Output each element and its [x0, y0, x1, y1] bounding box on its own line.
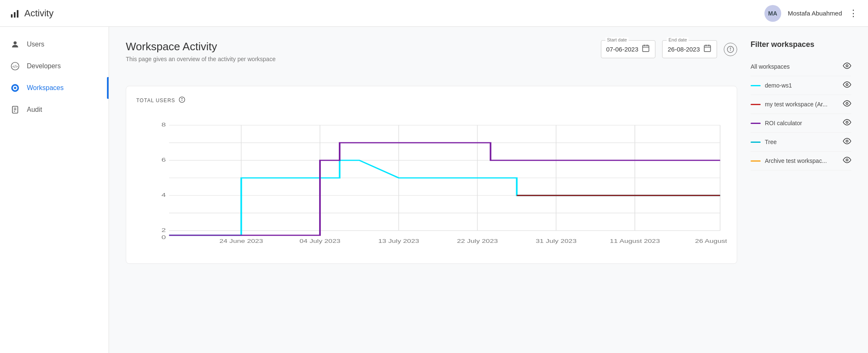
- svg-text:11 August 2023: 11 August 2023: [610, 238, 660, 244]
- color-my-test: [751, 104, 761, 105]
- svg-text:22 July 2023: 22 July 2023: [457, 238, 498, 244]
- color-archive: [751, 160, 761, 162]
- developers-icon: </>: [10, 61, 20, 71]
- filter-title: Filter workspaces: [751, 40, 851, 49]
- sidebar-item-users[interactable]: Users: [0, 33, 109, 55]
- color-tree: [751, 142, 761, 143]
- eye-icon-roi[interactable]: [843, 118, 851, 128]
- svg-rect-2: [17, 10, 18, 18]
- filter-label-tree: Tree: [765, 139, 777, 145]
- svg-point-54: [846, 84, 848, 86]
- filter-item-tree: Tree: [751, 133, 851, 152]
- svg-text:26 August 2023: 26 August 2023: [695, 238, 727, 244]
- svg-point-26: [182, 98, 182, 99]
- svg-point-3: [13, 41, 16, 44]
- filter-label-my-test: my test workspace (Ar...: [765, 101, 827, 108]
- sidebar-label-audit: Audit: [27, 106, 42, 113]
- page-title: Workspace Activity: [126, 40, 275, 53]
- svg-text:4: 4: [161, 192, 166, 198]
- svg-rect-0: [11, 14, 13, 18]
- svg-point-58: [846, 159, 848, 161]
- main-content: Workspace Activity This page gives an ov…: [109, 27, 868, 353]
- sidebar-item-workspaces[interactable]: Workspaces: [0, 77, 109, 99]
- svg-point-56: [846, 121, 848, 124]
- header-title: Activity: [24, 8, 54, 19]
- date-filters: Start date 07-06-2023 End date: [601, 40, 737, 58]
- users-icon: [10, 39, 20, 49]
- svg-point-55: [846, 103, 848, 105]
- svg-point-53: [846, 65, 848, 67]
- page-subtitle: This page gives an overview of the activ…: [126, 56, 275, 62]
- chart-section: TOTAL USERS: [126, 86, 737, 264]
- svg-text:24 June 2023: 24 June 2023: [219, 238, 263, 244]
- start-date-field[interactable]: Start date 07-06-2023: [601, 40, 656, 58]
- filter-item-all: All workspaces: [751, 57, 851, 76]
- filter-label-roi: ROI calculator: [765, 120, 802, 126]
- eye-icon-tree[interactable]: [843, 137, 851, 147]
- audit-icon: [10, 105, 20, 115]
- end-date-value: 26-08-2023: [668, 46, 700, 53]
- header-right: MA Mostafa Abuahmed ⋮: [764, 5, 858, 22]
- svg-text:</>: </>: [12, 64, 18, 69]
- svg-point-8: [14, 87, 16, 89]
- main-layout: Users </> Developers Workspaces: [0, 27, 868, 353]
- chart-container: 8 6 4 2 0 24 June 2023 04 July 2023 13 J…: [136, 111, 727, 253]
- user-name: Mostafa Abuahmed: [788, 10, 842, 17]
- line-chart: 8 6 4 2 0 24 June 2023 04 July 2023 13 J…: [136, 111, 727, 253]
- content-area: Workspace Activity This page gives an ov…: [126, 40, 737, 340]
- filter-item-archive: Archive test workspac...: [751, 152, 851, 170]
- right-panel: Filter workspaces All workspaces demo-ws…: [751, 40, 851, 340]
- sidebar-label-developers: Developers: [27, 62, 61, 70]
- end-date-calendar-icon[interactable]: [703, 44, 712, 54]
- start-date-value: 07-06-2023: [606, 46, 639, 53]
- svg-rect-17: [704, 45, 711, 52]
- sidebar-label-users: Users: [27, 41, 44, 48]
- filter-item-my-test: my test workspace (Ar...: [751, 95, 851, 114]
- filter-label-archive: Archive test workspac...: [765, 157, 827, 164]
- start-date-calendar-icon[interactable]: [642, 44, 650, 54]
- start-date-label: Start date: [606, 37, 629, 42]
- info-button[interactable]: [724, 43, 737, 56]
- filter-item-roi: ROI calculator: [751, 114, 851, 133]
- svg-point-57: [846, 140, 848, 142]
- svg-text:0: 0: [161, 234, 166, 240]
- color-roi: [751, 123, 761, 124]
- svg-rect-1: [14, 12, 16, 18]
- app-header: Activity MA Mostafa Abuahmed ⋮: [0, 0, 868, 27]
- end-date-field[interactable]: End date 26-08-2023: [662, 40, 717, 58]
- color-demo-ws1: [751, 85, 761, 86]
- sidebar-label-workspaces: Workspaces: [27, 84, 64, 92]
- header-left: Activity: [10, 8, 54, 19]
- eye-icon-all[interactable]: [843, 62, 851, 72]
- sidebar-item-audit[interactable]: Audit: [0, 99, 109, 121]
- svg-point-23: [730, 48, 731, 49]
- sidebar: Users </> Developers Workspaces: [0, 27, 109, 353]
- svg-text:8: 8: [161, 121, 166, 128]
- svg-rect-13: [643, 45, 649, 52]
- filter-item-demo-ws1: demo-ws1: [751, 76, 851, 95]
- sidebar-item-developers[interactable]: </> Developers: [0, 55, 109, 77]
- svg-text:31 July 2023: 31 July 2023: [535, 238, 577, 244]
- activity-icon: [10, 8, 20, 18]
- svg-text:6: 6: [161, 157, 166, 163]
- end-date-label: End date: [667, 37, 689, 42]
- svg-text:13 July 2023: 13 July 2023: [378, 238, 419, 244]
- top-row: Workspace Activity This page gives an ov…: [126, 40, 737, 76]
- eye-icon-my-test[interactable]: [843, 99, 851, 109]
- filter-label-all: All workspaces: [751, 63, 790, 70]
- menu-button[interactable]: ⋮: [849, 8, 858, 19]
- page-header: Workspace Activity This page gives an ov…: [126, 40, 275, 76]
- eye-icon-demo-ws1[interactable]: [843, 80, 851, 90]
- chart-info-icon: [179, 96, 185, 104]
- svg-text:2: 2: [161, 227, 166, 233]
- filter-label-demo-ws1: demo-ws1: [765, 82, 792, 89]
- svg-text:04 July 2023: 04 July 2023: [299, 238, 340, 244]
- workspaces-icon: [10, 83, 20, 93]
- user-avatar: MA: [764, 5, 781, 22]
- eye-icon-archive[interactable]: [843, 156, 851, 166]
- chart-label: TOTAL USERS: [136, 96, 727, 104]
